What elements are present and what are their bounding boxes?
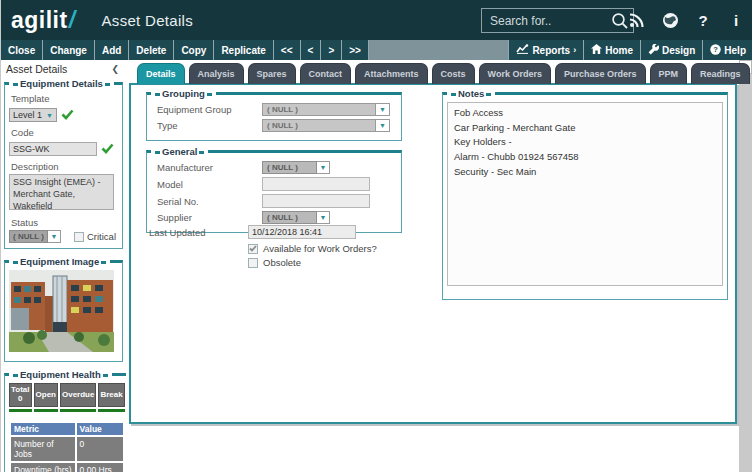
globe-icon[interactable] xyxy=(661,12,679,29)
template-select[interactable]: Level 1 ▼ xyxy=(9,108,57,122)
notes-panel: Notes Fob Access Car Parking - Merchant … xyxy=(442,88,728,300)
agility-logo: agilit/ xyxy=(11,7,76,34)
svg-text:?: ? xyxy=(714,45,719,54)
add-button[interactable]: Add xyxy=(95,40,129,60)
notes-legend: Notes xyxy=(447,88,495,99)
available-for-work-orders-checkbox[interactable] xyxy=(248,244,258,254)
sidebar: Asset Details ❮ Equipment Details Templa… xyxy=(1,60,126,472)
health-total-button[interactable]: Total 0 xyxy=(9,383,32,407)
help-circle-icon: ? xyxy=(710,44,721,57)
supplier-select[interactable]: ( NULL ) ▼ xyxy=(262,211,330,224)
reports-expand-icon: › xyxy=(573,45,576,55)
value-header: Value xyxy=(77,423,123,435)
value-cell: 0 xyxy=(77,437,123,461)
first-record-button[interactable]: << xyxy=(274,40,301,60)
tab-readings[interactable]: Readings xyxy=(691,63,750,84)
health-bar xyxy=(34,409,58,412)
tab-spares[interactable]: Spares xyxy=(248,63,296,84)
health-breakdown-button[interactable]: Break xyxy=(98,383,124,407)
chevron-down-icon: ▼ xyxy=(376,119,390,132)
last-updated-input[interactable] xyxy=(248,225,356,239)
info-icon[interactable]: i xyxy=(727,12,745,29)
tab-contact[interactable]: Contact xyxy=(300,63,352,84)
metric-header: Metric xyxy=(11,423,75,435)
type-select[interactable]: ( NULL ) ▼ xyxy=(262,119,390,132)
general-panel: General Manufacturer ( NULL ) ▼ Model Se… xyxy=(146,146,402,233)
type-value: ( NULL ) xyxy=(262,119,376,132)
chevron-down-icon: ▼ xyxy=(376,103,390,116)
last-record-button[interactable]: >> xyxy=(342,40,369,60)
help-icon[interactable]: ? xyxy=(694,12,712,29)
tab-costs[interactable]: Costs xyxy=(432,63,475,84)
tab-purchase-orders[interactable]: Purchase Orders xyxy=(555,63,646,84)
help-button[interactable]: ? Help xyxy=(702,40,752,60)
notes-textarea[interactable]: Fob Access Car Parking - Merchant Gate K… xyxy=(447,102,723,286)
available-for-work-orders-label: Available for Work Orders? xyxy=(263,243,377,254)
supplier-label: Supplier xyxy=(157,212,262,223)
next-record-button[interactable]: > xyxy=(321,40,342,60)
logo-slash: / xyxy=(69,7,76,34)
rss-icon[interactable] xyxy=(628,12,646,28)
manufacturer-select[interactable]: ( NULL ) ▼ xyxy=(262,161,330,174)
reports-button[interactable]: Reports › xyxy=(508,40,583,60)
copy-button[interactable]: Copy xyxy=(174,40,214,60)
tab-analysis[interactable]: Analysis xyxy=(189,63,244,84)
value-cell: 0.00 Hrs xyxy=(77,463,123,472)
equipment-group-select[interactable]: ( NULL ) ▼ xyxy=(262,103,390,116)
tab-details[interactable]: Details xyxy=(137,63,185,84)
previous-record-button[interactable]: < xyxy=(301,40,322,60)
code-input[interactable] xyxy=(9,142,97,156)
chevron-down-icon: ▼ xyxy=(317,211,330,224)
app-header: agilit/ Asset Details ? i xyxy=(1,0,752,40)
chart-icon xyxy=(516,44,529,56)
collapse-sidebar-icon[interactable]: ❮ xyxy=(111,64,119,74)
equipment-health-legend: Equipment Health xyxy=(9,369,112,380)
model-input[interactable] xyxy=(262,177,370,191)
health-buttons: Total 0 Open Overdue Break xyxy=(9,383,125,412)
template-value: Level 1 xyxy=(13,110,42,120)
health-metrics-table: Metric Value Number of Jobs 0 Downtime (… xyxy=(9,421,125,472)
tab-work-orders[interactable]: Work Orders xyxy=(479,63,551,84)
chevron-down-icon: ▼ xyxy=(317,161,330,174)
critical-checkbox[interactable] xyxy=(74,232,84,242)
serial-no-label: Serial No. xyxy=(157,196,262,207)
description-label: Description xyxy=(11,161,116,172)
close-button[interactable]: Close xyxy=(1,40,43,60)
home-button[interactable]: Home xyxy=(583,40,640,60)
equipment-photo xyxy=(9,270,118,356)
tab-ppm[interactable]: PPM xyxy=(650,63,688,84)
equipment-group-value: ( NULL ) xyxy=(262,103,376,116)
tab-attachments[interactable]: Attachments xyxy=(355,63,428,84)
design-button[interactable]: Design xyxy=(640,40,702,60)
wrench-icon xyxy=(648,44,659,57)
home-label: Home xyxy=(605,45,633,56)
serial-no-input[interactable] xyxy=(262,194,370,208)
health-overdue-button[interactable]: Overdue xyxy=(60,383,96,407)
toolbar: Close Change Add Delete Copy Replicate <… xyxy=(1,40,752,60)
metric-cell: Number of Jobs xyxy=(11,437,75,461)
manufacturer-label: Manufacturer xyxy=(157,162,262,173)
design-label: Design xyxy=(662,45,695,56)
search-input[interactable] xyxy=(482,14,607,28)
status-select[interactable]: ( NULL ) ▼ xyxy=(9,230,61,243)
replicate-button[interactable]: Replicate xyxy=(214,40,273,60)
page-scrollbar[interactable] xyxy=(739,60,752,472)
main-content: Details Analysis Spares Contact Attachme… xyxy=(129,62,740,450)
sidebar-header: Asset Details ❮ xyxy=(1,60,126,77)
change-button[interactable]: Change xyxy=(43,40,95,60)
toolbar-right: Reports › Home Design ? Help xyxy=(508,40,752,60)
obsolete-checkbox[interactable] xyxy=(248,258,258,268)
description-textarea[interactable]: SSG Insight (EMEA) - Merchant Gate, Wake… xyxy=(9,174,114,210)
logo-text: agilit xyxy=(11,7,68,34)
health-open-button[interactable]: Open xyxy=(34,383,58,407)
reports-label: Reports xyxy=(532,45,570,56)
status-label: Status xyxy=(11,217,116,228)
delete-button[interactable]: Delete xyxy=(129,40,174,60)
valid-check-icon xyxy=(101,140,114,158)
table-row: Number of Jobs 0 xyxy=(11,437,123,461)
general-legend: General xyxy=(151,146,208,157)
details-tab-panel: Grouping Equipment Group ( NULL ) ▼ Type… xyxy=(129,83,737,424)
manufacturer-value: ( NULL ) xyxy=(262,161,317,174)
search-box[interactable] xyxy=(481,8,634,33)
equipment-group-label: Equipment Group xyxy=(157,104,262,115)
